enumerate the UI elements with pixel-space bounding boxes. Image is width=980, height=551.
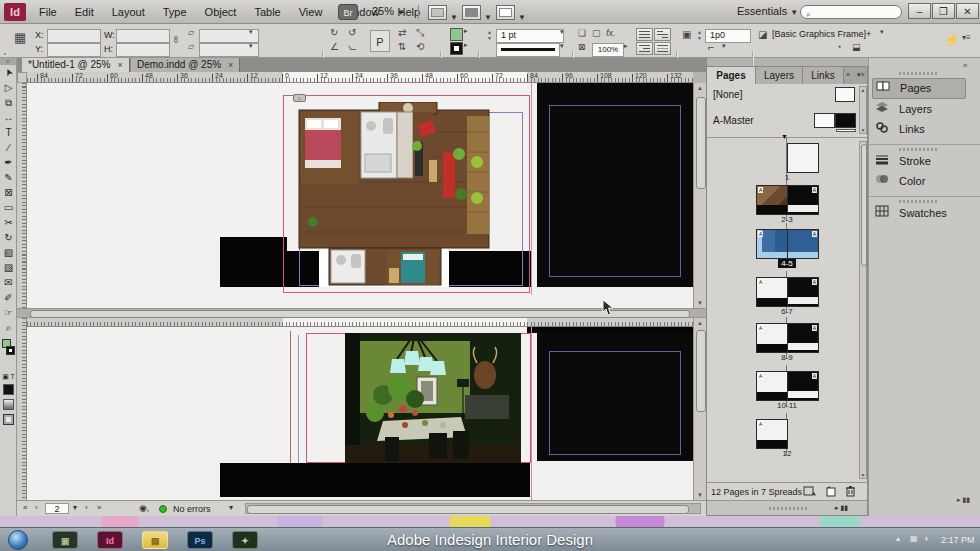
black-rectangle-frame[interactable] xyxy=(220,237,287,287)
gradient-feather-tool-icon[interactable]: ▨ xyxy=(0,260,17,275)
x-position-field[interactable] xyxy=(47,29,101,43)
vertical-ruler-bottom[interactable] xyxy=(17,318,27,500)
document-canvas-top[interactable]: ⠿ xyxy=(27,83,693,308)
spread-label[interactable]: 12 xyxy=(707,449,867,458)
master-a-left-thumbnail[interactable] xyxy=(814,113,835,128)
maximize-button[interactable]: ❒ xyxy=(932,3,955,19)
rotate-cw-icon[interactable]: ↻ xyxy=(330,27,338,38)
menu-edit[interactable]: Edit xyxy=(66,0,103,24)
screen-mode-dropdown[interactable]: ▼ xyxy=(496,5,526,24)
mini-dock-icons[interactable]: ▸ ▮▮ xyxy=(957,496,970,504)
ruler-origin-box[interactable] xyxy=(17,72,27,83)
floor-plan-image[interactable] xyxy=(291,102,503,287)
no-text-wrap-icon[interactable] xyxy=(636,28,653,41)
rotate-180-icon[interactable]: ⟲ xyxy=(416,41,424,52)
master-none-thumbnail[interactable] xyxy=(835,87,855,102)
chevron-right-icon[interactable]: ▸ xyxy=(624,42,628,50)
chevron-down-icon[interactable]: ▾ xyxy=(249,28,253,36)
page-thumbnail[interactable]: A xyxy=(787,371,819,401)
vertical-ruler[interactable] xyxy=(17,83,27,308)
chevron-down-icon[interactable]: ▾ xyxy=(249,42,253,50)
last-page-icon[interactable]: » xyxy=(97,503,101,512)
line-tool-icon[interactable]: ∕ xyxy=(0,140,17,155)
note-tool-icon[interactable]: ✉ xyxy=(0,275,17,290)
bridge-icon[interactable]: Br xyxy=(338,4,358,20)
spread-label[interactable]: 2-3 xyxy=(707,215,867,224)
type-tool-icon[interactable]: T xyxy=(0,125,17,140)
free-transform-tool-icon[interactable]: ↻ xyxy=(0,230,17,245)
mini-panel-icons[interactable]: ▸ ▮▮ xyxy=(835,504,848,512)
chevron-down-icon[interactable]: ▾ xyxy=(722,42,726,50)
no-effect-icon[interactable]: ⊠ xyxy=(578,42,586,52)
page-number-field[interactable]: 2 xyxy=(45,503,69,514)
close-tab-icon[interactable]: × xyxy=(117,60,122,70)
menu-file[interactable]: File xyxy=(30,0,66,24)
preview-dropdown[interactable]: ▼ xyxy=(462,5,492,24)
spread-label[interactable]: 4-5 xyxy=(707,259,867,268)
hand-tool-icon[interactable]: ☞ xyxy=(0,305,17,320)
flip-horizontal-icon[interactable]: ⇄ xyxy=(398,27,406,38)
tab-demo-indd[interactable]: Demo.indd @ 25%× xyxy=(131,58,240,72)
scissors-tool-icon[interactable]: ✂ xyxy=(0,215,17,230)
dock-item-layers[interactable]: Layers xyxy=(872,100,964,119)
spread-label[interactable]: 1 xyxy=(707,173,867,182)
apply-color-button[interactable] xyxy=(0,384,17,399)
spread-6-7[interactable]: AA6-7 xyxy=(707,277,867,319)
pen-tool-icon[interactable]: ✒ xyxy=(0,155,17,170)
page-thumbnail[interactable]: A xyxy=(756,323,788,353)
select-content-indicator[interactable]: P xyxy=(370,30,390,52)
flip-both-icon[interactable]: ⤡ xyxy=(416,27,424,39)
scroll-up-icon[interactable]: ▲ xyxy=(694,85,706,91)
screen-mode-button[interactable] xyxy=(0,414,17,429)
page-thumbnail[interactable]: A xyxy=(756,277,788,307)
spread-4-5[interactable]: AA4-5 xyxy=(707,229,867,271)
collapse-dock-icon[interactable]: « xyxy=(963,61,967,70)
stroke-color-swatch[interactable] xyxy=(450,42,463,55)
delete-page-trash-icon[interactable] xyxy=(845,485,856,497)
vertical-scrollbar-bottom[interactable]: ▲ ▼ xyxy=(693,318,706,500)
shear-y-icon[interactable]: ⦦ xyxy=(348,41,356,53)
menu-layout[interactable]: Layout xyxy=(103,0,154,24)
interior-photo-image[interactable] xyxy=(345,333,521,463)
stroke-type-field[interactable] xyxy=(496,43,560,57)
page-thumbnail[interactable]: A xyxy=(787,277,819,307)
spread-10-11[interactable]: AA10-11 xyxy=(707,371,867,413)
vertical-scrollbar-top[interactable]: ▲ ▼ xyxy=(693,83,706,308)
collapsed-panel-strip[interactable]: ▸ ▮▮ xyxy=(707,500,867,515)
close-button[interactable]: ✕ xyxy=(956,3,979,19)
height-field[interactable] xyxy=(116,43,170,57)
fill-stroke-proxy[interactable] xyxy=(0,335,16,369)
effects-icon[interactable]: fx. xyxy=(606,28,616,38)
horizontal-ruler[interactable]: 8472604836241201224364860728496108120132 xyxy=(27,72,693,83)
opacity-field[interactable]: 100% xyxy=(592,43,624,57)
stroke-weight-stepper[interactable]: ▲▼ xyxy=(486,29,493,41)
dock-item-stroke[interactable]: Stroke xyxy=(872,152,964,171)
horizontal-ruler-bottom[interactable] xyxy=(27,318,693,327)
scroll-down-icon[interactable]: ▼ xyxy=(694,300,706,306)
workspace-switcher[interactable]: Essentials▼ xyxy=(737,5,798,17)
edit-page-size-icon[interactable] xyxy=(803,486,817,497)
close-tab-icon[interactable]: × xyxy=(228,60,233,70)
constrain-proportions-icon[interactable]: ∞ xyxy=(171,36,182,43)
menu-table[interactable]: Table xyxy=(245,0,289,24)
flip-vertical-icon[interactable]: ⇅ xyxy=(398,41,406,52)
scroll-up-icon[interactable]: ▲ xyxy=(694,320,706,326)
menu-object[interactable]: Object xyxy=(196,0,246,24)
quick-apply-icon[interactable]: ⚡ xyxy=(944,32,960,47)
spread-label[interactable]: 10-11 xyxy=(707,401,867,410)
control-panel-menu-icon[interactable]: ▾≡ xyxy=(962,33,971,42)
spread-8-9[interactable]: AA8-9 xyxy=(707,323,867,365)
width-field[interactable] xyxy=(116,29,170,43)
corner-shape-icon[interactable]: ⌐ xyxy=(708,41,714,53)
dock-item-color[interactable]: Color xyxy=(872,172,964,191)
rectangle-tool-icon[interactable]: ▭ xyxy=(0,200,17,215)
spread-12[interactable]: A12 xyxy=(707,419,867,461)
spread-label[interactable]: 8-9 xyxy=(707,353,867,362)
search-input[interactable]: ⌕ xyxy=(800,5,902,19)
page-tool-icon[interactable]: ⧉ xyxy=(0,95,17,110)
fill-color-swatch[interactable] xyxy=(450,28,463,41)
menu-view[interactable]: View xyxy=(290,0,332,24)
wrap-bounding-box-icon[interactable] xyxy=(654,28,671,41)
rotate-ccw-icon[interactable]: ↺ xyxy=(348,27,356,38)
zoom-level-dropdown[interactable]: 25%▼ xyxy=(372,5,405,17)
